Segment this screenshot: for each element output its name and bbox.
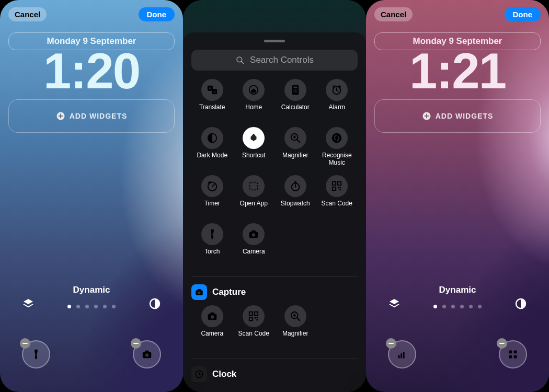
control-label: Translate xyxy=(199,104,225,119)
control-alarm[interactable]: Alarm xyxy=(316,79,358,124)
control-label: Home xyxy=(245,104,262,119)
control-label: Torch xyxy=(204,248,220,263)
control-label: Alarm xyxy=(329,104,345,119)
magnifier-icon xyxy=(284,127,306,149)
suggested-controls-grid: TranslateHomeCalculatorAlarmDark ModeSho… xyxy=(191,79,358,268)
control-translate[interactable]: Translate xyxy=(191,79,233,124)
cancel-button[interactable]: Cancel xyxy=(8,7,47,21)
control-label: Timer xyxy=(204,200,220,215)
qrcode-icon xyxy=(326,175,348,197)
stopwatch-icon xyxy=(284,175,306,197)
layers-icon[interactable] xyxy=(387,296,402,311)
section-title: Capture xyxy=(212,287,246,297)
add-widgets-label: ADD WIDGETS xyxy=(436,112,494,120)
control-label: Camera xyxy=(243,248,265,263)
contrast-icon[interactable] xyxy=(513,296,528,311)
plus-circle-icon xyxy=(422,111,431,121)
control-label: Calculator xyxy=(281,104,310,119)
alarm-icon xyxy=(326,79,348,101)
controls-picker-sheet: Search Controls TranslateHomeCalculatorA… xyxy=(183,0,366,392)
sheet-grabber[interactable] xyxy=(264,40,285,42)
remove-badge[interactable] xyxy=(497,338,507,349)
control-torch[interactable]: Torch xyxy=(191,223,233,268)
control-label: Stopwatch xyxy=(281,200,310,215)
control-magnifier[interactable]: Magnifier xyxy=(274,127,316,172)
section-clock: Clock xyxy=(191,359,358,382)
magnifier-icon xyxy=(284,305,306,327)
camera-icon xyxy=(201,305,223,327)
quick-action-left[interactable] xyxy=(22,340,50,368)
control-label: Camera xyxy=(201,330,223,345)
search-icon xyxy=(235,55,245,65)
quick-action-left[interactable] xyxy=(388,340,416,368)
clock-widget[interactable]: 1:21 xyxy=(366,46,549,96)
control-label: Scan Code xyxy=(238,330,269,345)
control-camera[interactable]: Camera xyxy=(233,223,275,268)
add-widgets-button[interactable]: ADD WIDGETS xyxy=(8,99,175,133)
control-label: Recognise Music xyxy=(316,152,358,167)
grid-icon xyxy=(508,349,518,360)
lockscreen-editor-left: Cancel Done Monday 9 September 1:20 ADD … xyxy=(0,0,183,392)
camera-icon xyxy=(191,284,207,300)
cancel-button[interactable]: Cancel xyxy=(374,7,413,21)
control-calculator[interactable]: Calculator xyxy=(274,79,316,124)
remove-badge[interactable] xyxy=(131,338,141,349)
home-icon xyxy=(243,79,265,101)
control-dark-mode[interactable]: Dark Mode xyxy=(191,127,233,172)
done-button[interactable]: Done xyxy=(505,7,541,21)
done-button[interactable]: Done xyxy=(139,7,175,21)
wallpaper-style-label: Dynamic xyxy=(0,285,183,295)
control-magnifier[interactable]: Magnifier xyxy=(274,305,316,350)
control-label: Magnifier xyxy=(282,330,308,345)
qrcode-icon xyxy=(243,305,265,327)
control-label: Shortcut xyxy=(242,152,266,167)
control-label: Scan Code xyxy=(322,200,352,215)
control-scan-code[interactable]: Scan Code xyxy=(233,305,275,350)
openapp-icon xyxy=(243,175,265,197)
control-home[interactable]: Home xyxy=(233,79,275,124)
control-stopwatch[interactable]: Stopwatch xyxy=(274,175,316,220)
control-label: Dark Mode xyxy=(197,152,227,167)
control-label: Open App xyxy=(240,200,268,215)
timer-icon xyxy=(201,175,223,197)
add-widgets-label: ADD WIDGETS xyxy=(70,112,128,120)
search-controls-input[interactable]: Search Controls xyxy=(191,50,358,71)
calculator-icon xyxy=(284,79,306,101)
clock-icon xyxy=(191,366,207,382)
cellular-icon xyxy=(397,349,407,360)
darkmode-icon xyxy=(201,127,223,149)
contrast-icon[interactable] xyxy=(147,296,162,311)
control-shortcut[interactable]: Shortcut xyxy=(233,127,275,172)
section-title: Clock xyxy=(212,369,236,379)
shazam-icon xyxy=(326,127,348,149)
translate-icon xyxy=(201,79,223,101)
add-widgets-button[interactable]: ADD WIDGETS xyxy=(374,99,541,133)
layers-icon[interactable] xyxy=(21,296,36,311)
section-capture: CaptureCameraScan CodeMagnifier xyxy=(191,276,358,350)
control-recognise-music[interactable]: Recognise Music xyxy=(316,127,358,172)
remove-badge[interactable] xyxy=(20,338,30,349)
control-open-app[interactable]: Open App xyxy=(233,175,275,220)
camera-icon xyxy=(141,349,153,360)
search-placeholder: Search Controls xyxy=(250,55,314,65)
quick-action-right[interactable] xyxy=(499,340,527,368)
clock-widget[interactable]: 1:20 xyxy=(0,46,183,96)
plus-circle-icon xyxy=(56,111,65,121)
torch-icon xyxy=(201,223,223,245)
control-camera[interactable]: Camera xyxy=(191,305,233,350)
wallpaper-style-label: Dynamic xyxy=(366,285,549,295)
shortcut-icon xyxy=(243,127,265,149)
lockscreen-editor-right: Cancel Done Monday 9 September 1:21 ADD … xyxy=(366,0,549,392)
camera-icon xyxy=(243,223,265,245)
remove-badge[interactable] xyxy=(386,338,396,349)
quick-action-right[interactable] xyxy=(133,340,161,368)
control-timer[interactable]: Timer xyxy=(191,175,233,220)
control-label: Magnifier xyxy=(282,152,308,167)
control-scan-code[interactable]: Scan Code xyxy=(316,175,358,220)
torch-icon xyxy=(30,349,42,360)
